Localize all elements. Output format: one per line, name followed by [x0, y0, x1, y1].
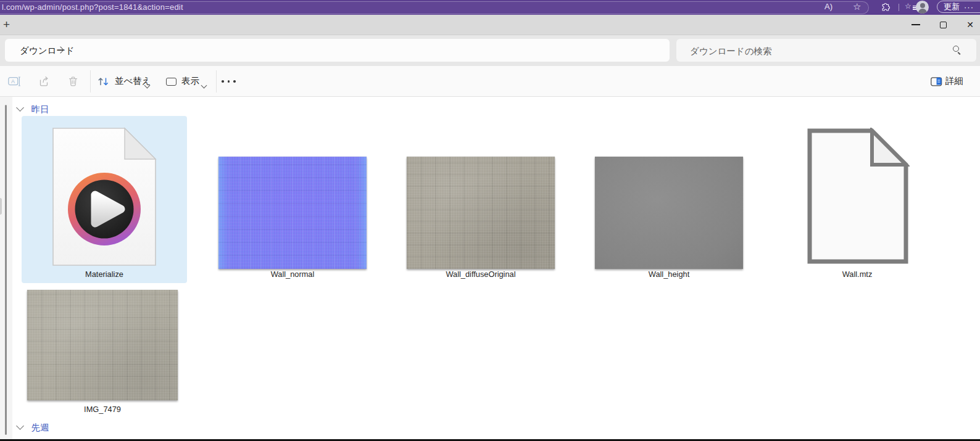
- file-item-wall-normal[interactable]: Wall_normal: [210, 116, 375, 283]
- toolbar-divider: [90, 70, 91, 93]
- file-name: Wall_normal: [210, 270, 375, 279]
- browser-title-bar: l.com/wp-admin/post.php?post=1841&action…: [0, 0, 980, 15]
- file-name: Wall_height: [586, 270, 752, 279]
- file-name: IMG_7479: [20, 405, 185, 414]
- sort-down-arrow: [104, 78, 108, 85]
- delete-trash-icon[interactable]: [68, 76, 78, 89]
- group-header-yesterday[interactable]: 昨日: [17, 104, 49, 115]
- view-icon[interactable]: [166, 78, 176, 86]
- sort-chevron-icon[interactable]: [145, 79, 149, 90]
- file-item-materialize[interactable]: Materialize: [22, 116, 187, 283]
- extensions-puzzle-icon[interactable]: [881, 2, 891, 15]
- share-icon[interactable]: [38, 76, 49, 89]
- normal-map-thumbnail: [218, 157, 367, 269]
- nav-pane-collapsed: [0, 97, 12, 439]
- explorer-toolbar: A 並べ替え 表示: [0, 66, 980, 97]
- file-item-wall-height[interactable]: Wall_height: [586, 116, 752, 283]
- toolbar-divider: [216, 70, 217, 93]
- texture-thumbnail: [27, 290, 178, 400]
- svg-text:A: A: [11, 78, 15, 84]
- group-chevron-icon: [16, 104, 24, 112]
- generic-file-icon: [806, 128, 910, 267]
- view-label[interactable]: 表示: [181, 75, 199, 87]
- browser-update-button[interactable]: 更新 ···: [937, 1, 980, 13]
- update-label: 更新: [944, 1, 960, 12]
- search-box[interactable]: [676, 39, 976, 62]
- group-label: 昨日: [31, 104, 49, 114]
- group-header-last-week[interactable]: 先週: [17, 422, 49, 434]
- see-more-button[interactable]: [222, 80, 236, 83]
- browser-url[interactable]: l.com/wp-admin/post.php?post=1841&action…: [2, 2, 183, 12]
- rename-button[interactable]: A: [8, 76, 21, 89]
- minimize-icon: [911, 24, 920, 25]
- browser-more-icon[interactable]: ···: [964, 2, 974, 12]
- minimize-button[interactable]: [903, 15, 928, 35]
- address-bar[interactable]: ダウンロード: [5, 39, 670, 62]
- maximize-icon: [940, 22, 947, 28]
- file-name: Wall_diffuseOriginal: [398, 270, 563, 279]
- breadcrumb-location[interactable]: ダウンロード: [20, 45, 75, 57]
- texture-thumbnail: [407, 157, 555, 269]
- group-label: 先週: [31, 422, 49, 432]
- read-aloud-icon[interactable]: A): [824, 2, 833, 11]
- details-label[interactable]: 詳細: [945, 75, 963, 87]
- file-name: Wall.mtz: [774, 270, 940, 279]
- search-input[interactable]: [689, 39, 938, 63]
- favorites-bar-star: ☆: [905, 2, 911, 10]
- group-chevron-icon: [16, 422, 24, 430]
- close-icon: ✕: [966, 20, 974, 29]
- height-map-thumbnail: [595, 157, 743, 269]
- explorer-tab-strip: + ✕: [0, 15, 980, 35]
- favorites-bar-icon[interactable]: ☆: [905, 2, 916, 10]
- toolbar-divider: [899, 4, 899, 11]
- sort-up-arrow: [99, 78, 102, 85]
- file-name: Materialize: [22, 270, 187, 279]
- file-item-wall-diffuse[interactable]: Wall_diffuseOriginal: [398, 116, 563, 283]
- pane-resize-grip[interactable]: [0, 198, 2, 215]
- sort-button[interactable]: [98, 76, 110, 89]
- view-chevron-icon[interactable]: [202, 79, 206, 90]
- file-list-area: 昨日: [0, 97, 980, 439]
- file-item-wall-mtz[interactable]: Wall.mtz: [774, 116, 940, 283]
- nav-scrollbar-thumb[interactable]: [5, 105, 7, 435]
- details-pane-icon[interactable]: [931, 77, 942, 89]
- media-file-icon: [52, 127, 157, 269]
- profile-avatar[interactable]: [916, 1, 929, 14]
- search-icon[interactable]: [953, 46, 959, 52]
- favorites-star-icon[interactable]: ☆: [853, 1, 861, 12]
- explorer-address-row: ダウンロード: [0, 35, 980, 66]
- file-item-img-7479[interactable]: IMG_7479: [20, 290, 185, 421]
- close-button[interactable]: ✕: [958, 15, 980, 35]
- new-tab-button[interactable]: +: [3, 19, 10, 30]
- maximize-button[interactable]: [931, 15, 955, 35]
